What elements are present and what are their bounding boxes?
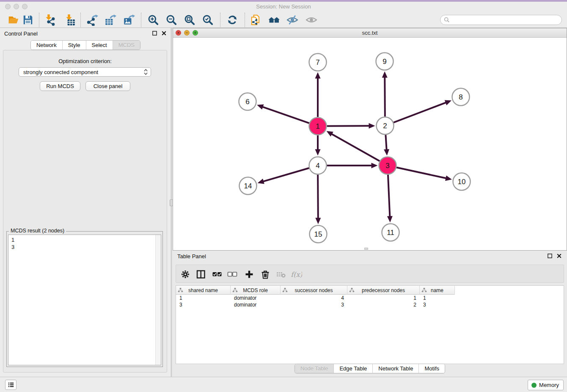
table-cell[interactable]: dominator bbox=[231, 301, 281, 308]
graph-edge-4-14[interactable] bbox=[263, 168, 309, 182]
graph-node-4[interactable]: 4 bbox=[309, 157, 327, 174]
delete-table-icon bbox=[275, 269, 286, 280]
unselect-all-columns-button[interactable] bbox=[226, 268, 239, 281]
export-network-button[interactable] bbox=[85, 13, 99, 27]
column-header-shared-name[interactable]: shared name bbox=[176, 286, 231, 295]
tab-network[interactable]: Network bbox=[31, 41, 62, 50]
mcds-result-textarea[interactable]: 13 bbox=[8, 235, 161, 365]
graph-node-3[interactable]: 3 bbox=[379, 157, 396, 174]
zoom-out-button[interactable] bbox=[164, 13, 179, 27]
graph-edge-arrowhead bbox=[369, 123, 375, 129]
table-row-1[interactable]: 1dominator411 bbox=[176, 295, 455, 301]
memory-label: Memory bbox=[539, 382, 559, 388]
graph-edge-3-10[interactable] bbox=[396, 168, 446, 179]
graph-edge-arrowhead bbox=[315, 149, 321, 156]
create-column-button[interactable] bbox=[243, 268, 256, 281]
graph-node-9[interactable]: 9 bbox=[376, 53, 394, 70]
graph-node-14[interactable]: 14 bbox=[239, 177, 257, 195]
search-box[interactable] bbox=[440, 15, 562, 25]
node-table[interactable]: shared nameMCDS rolesuccessor nodesprede… bbox=[176, 285, 564, 364]
table-cell[interactable]: 2 bbox=[347, 301, 420, 308]
memory-button[interactable]: Memory bbox=[528, 380, 564, 390]
graph-edge-2-3[interactable] bbox=[385, 135, 386, 150]
graph-node-15[interactable]: 15 bbox=[310, 226, 327, 243]
search-input[interactable] bbox=[450, 16, 561, 24]
graph-node-10[interactable]: 10 bbox=[453, 173, 471, 190]
close-table-panel-icon[interactable] bbox=[556, 253, 562, 259]
column-header-predecessor-nodes[interactable]: predecessor nodes bbox=[347, 286, 420, 295]
graph-node-8[interactable]: 8 bbox=[452, 88, 470, 106]
import-table-button[interactable] bbox=[63, 13, 77, 27]
column-header-MCDS-role[interactable]: MCDS role bbox=[231, 286, 281, 295]
table-cell[interactable]: 3 bbox=[281, 301, 347, 308]
mcds-result-lines: 13 bbox=[11, 236, 14, 251]
tab-edge-table[interactable]: Edge Table bbox=[333, 364, 372, 373]
table-mode-gear-button[interactable] bbox=[179, 268, 192, 281]
result-scrollbar[interactable] bbox=[155, 235, 161, 365]
refresh-view-button[interactable] bbox=[225, 13, 239, 27]
table-cell[interactable]: 1 bbox=[176, 295, 231, 301]
table-cell[interactable]: dominator bbox=[231, 295, 281, 301]
graph-edge-arrowhead bbox=[372, 163, 378, 168]
clone-network-button[interactable] bbox=[249, 13, 263, 27]
tab-select[interactable]: Select bbox=[86, 41, 113, 50]
save-session-button[interactable] bbox=[21, 13, 35, 27]
import-network-button[interactable] bbox=[42, 13, 57, 27]
graph-edge-arrowhead bbox=[315, 72, 321, 79]
control-panel: Control Panel NetworkStyleSelectMCDS Opt… bbox=[0, 28, 171, 377]
export-image-button[interactable] bbox=[122, 13, 136, 27]
table-cell[interactable]: 4 bbox=[281, 295, 347, 301]
graph-edge-2-8[interactable] bbox=[394, 102, 446, 122]
graph-node-11[interactable]: 11 bbox=[382, 224, 399, 241]
table-cell[interactable]: 1 bbox=[420, 295, 455, 301]
float-table-panel-icon[interactable] bbox=[547, 253, 553, 259]
graph-edge-4-15[interactable] bbox=[318, 174, 318, 218]
graph-node-7[interactable]: 7 bbox=[309, 54, 327, 71]
graph-edge-3-1[interactable] bbox=[331, 134, 380, 161]
show-columns-button[interactable] bbox=[195, 268, 207, 281]
column-label: MCDS role bbox=[243, 287, 268, 293]
tab-node-table[interactable]: Node Table bbox=[295, 364, 334, 373]
table-header-row: shared nameMCDS rolesuccessor nodesprede… bbox=[176, 286, 455, 295]
close-panel-button[interactable]: Close panel bbox=[85, 81, 130, 91]
hierarchy-icon bbox=[178, 287, 183, 293]
zoom-in-button[interactable] bbox=[146, 13, 160, 27]
run-mcds-button[interactable]: Run MCDS bbox=[40, 81, 80, 91]
network-resize-grip[interactable] bbox=[364, 248, 368, 250]
first-neighbors-button[interactable] bbox=[267, 13, 281, 27]
criterion-dropdown[interactable]: strongly connected component bbox=[19, 67, 151, 77]
network-window-titlebar[interactable]: × − + scc.txt bbox=[173, 28, 567, 38]
column-header-successor-nodes[interactable]: successor nodes bbox=[281, 286, 347, 295]
zoom-selected-button[interactable] bbox=[201, 13, 215, 27]
graph-edge-3-11[interactable] bbox=[388, 174, 390, 217]
network-canvas[interactable]: 7968124314101511 bbox=[173, 38, 567, 250]
export-table-button[interactable] bbox=[103, 13, 118, 27]
table-cell[interactable]: 1 bbox=[347, 295, 420, 301]
select-all-columns-button[interactable] bbox=[211, 268, 223, 281]
tab-mcds[interactable]: MCDS bbox=[113, 41, 140, 50]
status-bar: Memory bbox=[0, 377, 567, 392]
tab-network-table[interactable]: Network Table bbox=[372, 364, 418, 373]
float-panel-icon[interactable] bbox=[152, 30, 157, 36]
tab-style[interactable]: Style bbox=[62, 41, 86, 50]
graph-edge-1-2[interactable] bbox=[327, 126, 369, 126]
zoom-fit-button[interactable] bbox=[182, 13, 197, 27]
hide-selected-button[interactable] bbox=[285, 13, 300, 27]
graph-edge-2-9[interactable] bbox=[385, 77, 385, 116]
graph-edge-1-6[interactable] bbox=[262, 107, 309, 123]
tab-motifs[interactable]: Motifs bbox=[418, 364, 445, 373]
table-cell[interactable]: 3 bbox=[176, 301, 231, 308]
criterion-dropdown-value: strongly connected component bbox=[19, 69, 143, 75]
delete-columns-button[interactable] bbox=[259, 268, 272, 281]
graph-node-1[interactable]: 1 bbox=[309, 118, 327, 135]
column-header-name[interactable]: name bbox=[420, 286, 455, 295]
show-panels-button[interactable] bbox=[5, 380, 17, 390]
graph-node-6[interactable]: 6 bbox=[239, 93, 256, 110]
table-cell[interactable]: 3 bbox=[420, 301, 455, 308]
open-file-button[interactable] bbox=[6, 13, 21, 27]
network-view-window: × − + scc.txt 7968124314101511 bbox=[173, 28, 567, 251]
table-row-3[interactable]: 3dominator323 bbox=[176, 301, 455, 308]
graph-node-2[interactable]: 2 bbox=[377, 117, 394, 135]
close-panel-icon[interactable] bbox=[161, 30, 167, 36]
node-label: 15 bbox=[314, 230, 322, 238]
